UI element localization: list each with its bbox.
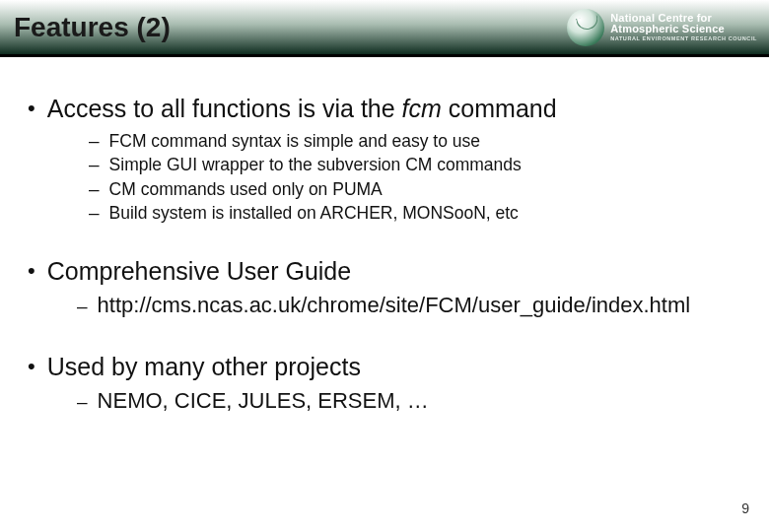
topic-item: • Comprehensive User Guide –http://cms.n… [28, 255, 741, 321]
sub-list: –NEMO, CICE, JULES, ERSEM, … [77, 386, 741, 417]
page-number: 9 [741, 500, 749, 516]
dash-icon: – [89, 203, 100, 222]
header-bar: Features (2) National Centre for Atmosph… [0, 0, 769, 57]
topic-post: command [442, 95, 557, 122]
sub-text: Simple GUI wrapper to the subversion CM … [109, 153, 522, 177]
sub-item: –FCM command syntax is simple and easy t… [89, 129, 741, 154]
dash-icon: – [77, 392, 88, 411]
topic-text: Comprehensive User Guide [47, 255, 351, 288]
topic-pre: Access to all functions is via the [47, 95, 402, 122]
sub-item: –Simple GUI wrapper to the subversion CM… [89, 153, 741, 177]
topic-text: Access to all functions is via the fcm c… [47, 93, 557, 125]
sub-item: –CM commands used only on PUMA [89, 177, 741, 202]
logo-subtitle: NATURAL ENVIRONMENT RESEARCH COUNCIL [610, 36, 757, 42]
topic-text: Used by many other projects [47, 351, 361, 383]
topic-heading: • Comprehensive User Guide [28, 255, 741, 288]
logo-line2: Atmospheric Science [610, 24, 757, 34]
globe-icon [567, 9, 604, 46]
sub-list: –FCM command syntax is simple and easy t… [89, 129, 741, 226]
topic-item: • Access to all functions is via the fcm… [28, 93, 741, 226]
sub-item: –NEMO, CICE, JULES, ERSEM, … [77, 386, 741, 417]
topic-list: • Access to all functions is via the fcm… [28, 93, 741, 417]
sub-item: –http://cms.ncas.ac.uk/chrome/site/FCM/u… [77, 291, 741, 321]
logo-text: National Centre for Atmospheric Science … [610, 13, 757, 42]
slide-title: Features (2) [14, 12, 171, 43]
topic-heading: • Access to all functions is via the fcm… [28, 93, 741, 125]
sub-text: http://cms.ncas.ac.uk/chrome/site/FCM/us… [98, 291, 691, 321]
bullet-icon: • [28, 356, 35, 377]
sub-text: FCM command syntax is simple and easy to… [109, 129, 480, 154]
sub-list: –http://cms.ncas.ac.uk/chrome/site/FCM/u… [77, 291, 741, 321]
sub-text: Build system is installed on ARCHER, MON… [109, 201, 519, 226]
content-area: • Access to all functions is via the fcm… [0, 57, 769, 417]
sub-text: NEMO, CICE, JULES, ERSEM, … [98, 386, 429, 417]
dash-icon: – [89, 155, 100, 173]
sub-item: –Build system is installed on ARCHER, MO… [89, 201, 741, 226]
topic-heading: • Used by many other projects [28, 351, 741, 383]
slide: Features (2) National Centre for Atmosph… [0, 0, 769, 532]
sub-text: CM commands used only on PUMA [109, 177, 383, 202]
topic-pre: Comprehensive User Guide [47, 257, 351, 285]
topic-item: • Used by many other projects –NEMO, CIC… [28, 351, 741, 417]
logo: National Centre for Atmospheric Science … [567, 9, 757, 46]
bullet-icon: • [28, 98, 35, 119]
dash-icon: – [77, 297, 88, 315]
bullet-icon: • [28, 260, 35, 282]
topic-pre: Used by many other projects [47, 353, 361, 380]
dash-icon: – [89, 179, 100, 198]
topic-em: fcm [402, 95, 442, 122]
dash-icon: – [89, 131, 100, 150]
